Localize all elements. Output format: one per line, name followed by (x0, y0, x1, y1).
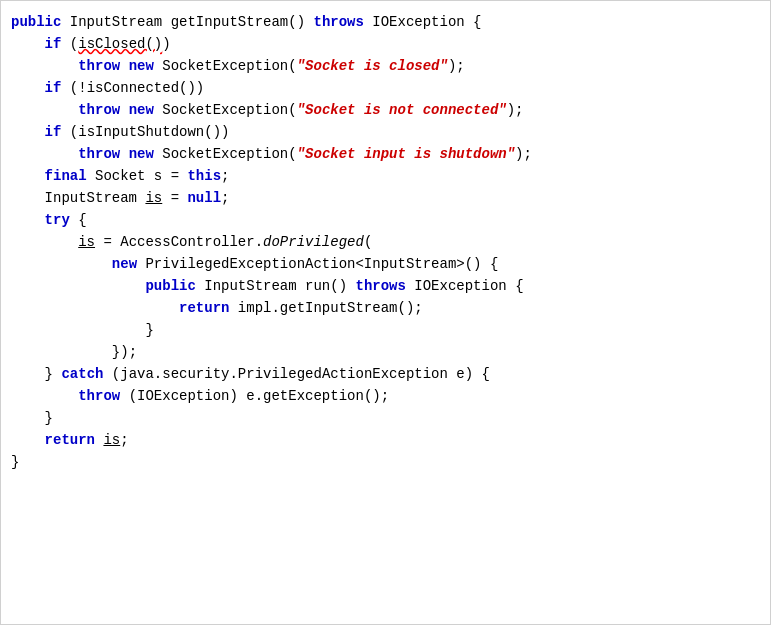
code-token (11, 300, 179, 316)
code-token: return (179, 300, 238, 316)
code-token: throw (78, 146, 128, 162)
code-token: ( (70, 36, 78, 52)
code-token: public (145, 278, 204, 294)
code-line: throw new SocketException("Socket input … (1, 143, 770, 165)
code-token: new (112, 256, 146, 272)
code-token: InputStream (70, 14, 171, 30)
code-line: }); (1, 341, 770, 363)
code-line: } (1, 407, 770, 429)
code-token: catch (61, 366, 111, 382)
code-token: is (145, 190, 162, 206)
code-line: try { (1, 209, 770, 231)
code-token: () (330, 278, 355, 294)
code-token: (!isConnected()) (70, 80, 204, 96)
code-token (11, 146, 78, 162)
code-token: IOException { (414, 278, 523, 294)
code-line: } catch (java.security.PrivilegedActionE… (1, 363, 770, 385)
code-lines: public InputStream getInputStream() thro… (1, 11, 770, 473)
code-token (11, 80, 45, 96)
code-token: PrivilegedExceptionAction<InputStream>()… (145, 256, 498, 272)
code-token: = (162, 190, 187, 206)
code-line: return impl.getInputStream(); (1, 297, 770, 319)
code-token: if (45, 80, 70, 96)
code-token: impl. (238, 300, 280, 316)
code-token: new (129, 146, 163, 162)
code-token: is (103, 432, 120, 448)
code-token (11, 58, 78, 74)
code-token: throw (78, 58, 128, 74)
code-token (11, 344, 112, 360)
code-token: throw (78, 388, 128, 404)
code-token (11, 212, 45, 228)
code-container: public InputStream getInputStream() thro… (0, 0, 771, 625)
code-token: this (187, 168, 221, 184)
code-token (11, 102, 78, 118)
code-token (11, 366, 45, 382)
code-token (11, 410, 45, 426)
code-token: } (145, 322, 153, 338)
code-token: throws (313, 14, 372, 30)
code-token: ); (507, 102, 524, 118)
code-token: is (78, 234, 95, 250)
code-token: final (45, 168, 95, 184)
code-token: Socket s = (95, 168, 187, 184)
code-token: ( (364, 234, 372, 250)
code-token: ; (221, 190, 229, 206)
code-token: } (45, 410, 53, 426)
code-token: InputStream (204, 278, 305, 294)
code-token: ; (120, 432, 128, 448)
code-token: ); (515, 146, 532, 162)
code-token: ) (162, 36, 170, 52)
code-token: if (45, 36, 70, 52)
code-token: "Socket is not connected" (297, 102, 507, 118)
code-token (11, 322, 145, 338)
code-line: throw (IOException) e.getException(); (1, 385, 770, 407)
code-token: run (305, 278, 330, 294)
code-line: } (1, 451, 770, 473)
code-token: getInputStream (171, 14, 289, 30)
code-token: "Socket is closed" (297, 58, 448, 74)
code-token (11, 234, 78, 250)
code-token (11, 278, 145, 294)
code-token: SocketException( (162, 58, 296, 74)
code-token (11, 168, 45, 184)
code-token: (java.security.PrivilegedActionException… (112, 366, 490, 382)
code-line: if (isClosed()) (1, 33, 770, 55)
code-token: IOException { (372, 14, 481, 30)
code-token: new (129, 58, 163, 74)
code-token: SocketException( (162, 102, 296, 118)
code-token: () (288, 14, 313, 30)
code-line: new PrivilegedExceptionAction<InputStrea… (1, 253, 770, 275)
code-token: return (45, 432, 104, 448)
code-token: ; (221, 168, 229, 184)
code-line: throw new SocketException("Socket is not… (1, 99, 770, 121)
code-token (11, 36, 45, 52)
code-token (11, 432, 45, 448)
code-token: (IOException) e.getException(); (129, 388, 389, 404)
code-token: throw (78, 102, 128, 118)
code-token: }); (112, 344, 137, 360)
code-token (11, 190, 45, 206)
code-token: try (45, 212, 79, 228)
code-token: { (78, 212, 86, 228)
code-token: throws (356, 278, 415, 294)
code-line: return is; (1, 429, 770, 451)
code-token (11, 256, 112, 272)
code-token: getInputStream (280, 300, 398, 316)
code-line: if (!isConnected()) (1, 77, 770, 99)
code-token: new (129, 102, 163, 118)
code-token: doPrivileged (263, 234, 364, 250)
code-token (11, 388, 78, 404)
code-token: } (45, 366, 62, 382)
code-token: (); (397, 300, 422, 316)
code-token: } (11, 454, 19, 470)
code-line: throw new SocketException("Socket is clo… (1, 55, 770, 77)
code-token: null (187, 190, 221, 206)
code-line: final Socket s = this; (1, 165, 770, 187)
code-token: if (45, 124, 70, 140)
code-line: public InputStream getInputStream() thro… (1, 11, 770, 33)
code-token: isClosed() (78, 36, 162, 52)
code-token: (isInputShutdown()) (70, 124, 230, 140)
code-token: "Socket input is shutdown" (297, 146, 515, 162)
code-line: InputStream is = null; (1, 187, 770, 209)
